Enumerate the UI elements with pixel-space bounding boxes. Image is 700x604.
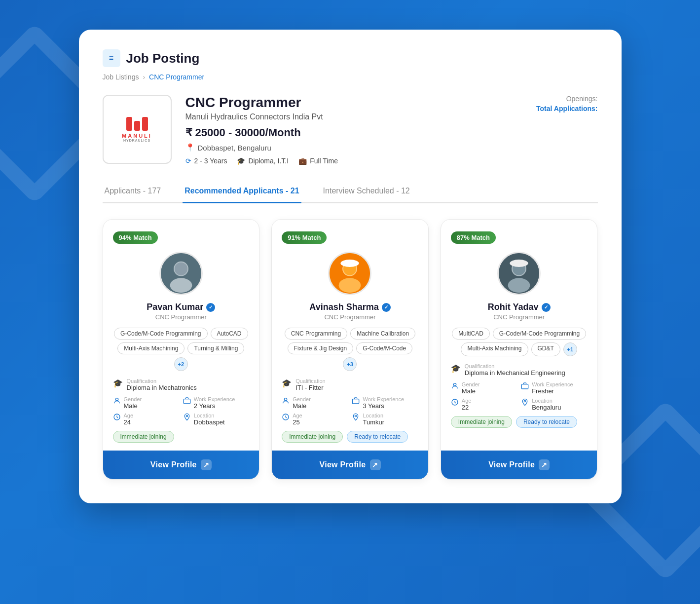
skill-tag: G-Code/M-Code	[356, 342, 412, 354]
svg-point-3	[175, 263, 187, 275]
page-title-row: ≡ Job Posting	[103, 49, 598, 67]
briefcase-icon-avinash	[352, 397, 360, 405]
card-body-rohit: 87% Match	[441, 220, 597, 451]
skill-tag: G-Code/M-Code Programming	[493, 328, 586, 340]
skill-tag: Fixture & Jig Design	[288, 342, 353, 354]
info-row-gender-exp-rohit: Gender Male Work Experience Fresher	[451, 381, 588, 395]
info-row-age-loc-pavan: Age 24 Location Dobbaspet	[113, 413, 250, 426]
openings-label: Openings:	[536, 95, 597, 103]
job-title: CNC Programmer	[185, 95, 523, 111]
qual-label-rohit: Qualification	[465, 363, 565, 369]
match-badge-rohit: 87% Match	[451, 231, 496, 244]
skill-tag: AutoCAD	[211, 328, 248, 340]
svg-rect-23	[512, 264, 526, 266]
location-text: Dobbaspet, Bengaluru	[198, 144, 271, 152]
location-icon-rohit	[521, 398, 529, 406]
info-row-age-loc-avinash: Age 25 Location Tumkur	[282, 413, 418, 426]
qual-row-avinash: 🎓 Qualification ITI - Fitter	[282, 378, 418, 391]
exp-label-rohit: Work Experience	[532, 381, 573, 387]
arrow-icon-rohit: ↗	[539, 459, 550, 470]
candidate-role-avinash: CNC Programmer	[282, 313, 418, 321]
tab-interview[interactable]: Interview Scheduled - 12	[321, 181, 412, 202]
match-badge-avinash: 91% Match	[282, 231, 327, 244]
page-icon: ≡	[103, 49, 120, 67]
avatar-wrap-pavan	[113, 252, 250, 295]
company-name: Manuli Hydraulics Connectors India Pvt	[185, 113, 523, 121]
skill-tag: Turning & Milling	[187, 342, 244, 354]
breadcrumb-parent[interactable]: Job Listings	[103, 73, 139, 81]
qual-value-rohit: Diploma in Mechanical Engineering	[465, 369, 565, 377]
tab-applicants[interactable]: Applicants - 177	[103, 181, 163, 202]
extra-skills-avinash: +3	[343, 357, 357, 371]
svg-rect-5	[184, 399, 190, 404]
qual-icon-avinash: 🎓	[282, 378, 292, 388]
loc-value-pavan: Dobbaspet	[194, 418, 225, 426]
card-body-pavan: 94% Match Pavan Kumar ✓ CNC	[103, 220, 259, 451]
extra-skills-pavan: +2	[174, 357, 188, 371]
exp-value-pavan: 2 Years	[194, 402, 235, 410]
svg-point-14	[284, 398, 287, 401]
badges-row-avinash: Immediate joining Ready to relocate	[282, 431, 418, 443]
view-profile-button-avinash[interactable]: View Profile ↗	[272, 451, 428, 479]
gender-label-rohit: Gender	[462, 381, 480, 387]
loc-label-pavan: Location	[194, 413, 225, 418]
match-badge-pavan: 94% Match	[113, 231, 158, 244]
total-apps-label: Total Applications:	[536, 105, 597, 113]
svg-point-27	[524, 400, 525, 402]
tab-recommended[interactable]: Recommended Applicants - 21	[183, 181, 301, 202]
svg-rect-25	[521, 384, 528, 389]
manuli-brand-name: manuli	[122, 133, 152, 139]
bar-2	[134, 121, 140, 131]
location-pin-icon: 📍	[185, 143, 195, 152]
briefcase-icon-pavan	[183, 397, 191, 405]
svg-point-17	[355, 415, 357, 416]
candidate-card-avinash: 91% Match	[271, 219, 429, 480]
location-icon-pavan	[183, 413, 191, 421]
badge-relocate-rohit: Ready to relocate	[516, 416, 577, 428]
location-icon-avinash	[352, 413, 360, 421]
age-label-avinash: Age	[293, 413, 302, 418]
exp-value-avinash: 3 Years	[363, 402, 404, 410]
candidates-grid: 94% Match Pavan Kumar ✓ CNC	[103, 219, 598, 480]
diploma-icon: 🎓	[237, 157, 245, 165]
skill-tag: G-Code/M-Code Programming	[114, 328, 207, 340]
loc-label-avinash: Location	[363, 413, 384, 418]
candidate-role-rohit: CNC Programmer	[451, 313, 588, 321]
arrow-icon-avinash: ↗	[370, 459, 381, 470]
exp-item-avinash: Work Experience 3 Years	[352, 396, 418, 410]
svg-point-4	[115, 398, 118, 401]
candidate-name-pavan: Pavan Kumar ✓	[113, 302, 250, 312]
view-profile-button-rohit[interactable]: View Profile ↗	[441, 451, 597, 479]
badge-immediate-pavan: Immediate joining	[113, 431, 174, 443]
skills-row-avinash: CNC Programming Machine Calibration Fixt…	[282, 328, 418, 371]
manuli-m-shape	[126, 117, 148, 131]
card-body-avinash: 91% Match	[272, 220, 428, 451]
gender-value-pavan: Male	[124, 402, 142, 410]
location-row: 📍 Dobbaspet, Bengaluru	[185, 143, 523, 152]
view-profile-button-pavan[interactable]: View Profile ↗	[103, 451, 259, 479]
gender-value-avinash: Male	[293, 402, 311, 410]
arrow-icon-pavan: ↗	[201, 459, 212, 470]
gender-icon-rohit	[451, 382, 459, 390]
skills-row-rohit: MultiCAD G-Code/M-Code Programming Multi…	[451, 328, 588, 356]
avatar-avinash	[328, 252, 371, 295]
badge-immediate-avinash: Immediate joining	[282, 431, 343, 443]
info-row-gender-exp-avinash: Gender Male Work Experience 3 Years	[282, 396, 418, 410]
salary: ₹ 25000 - 30000/Month	[185, 126, 523, 139]
briefcase-icon-rohit	[521, 382, 529, 390]
age-icon-pavan	[113, 413, 121, 421]
breadcrumb-current: CNC Programmer	[149, 73, 204, 81]
gender-label-avinash: Gender	[293, 396, 311, 402]
loc-label-rohit: Location	[532, 398, 561, 404]
svg-point-2	[170, 278, 192, 293]
exp-value-rohit: Fresher	[532, 387, 573, 395]
skill-tag: Machine Calibration	[350, 328, 415, 340]
avatar-wrap-rohit	[451, 252, 588, 295]
svg-point-10	[339, 278, 361, 293]
bar-1	[126, 117, 132, 131]
job-stats: Openings: Total Applications:	[536, 95, 597, 113]
loc-value-rohit: Bengaluru	[532, 404, 561, 411]
type-tag: 💼 Full Time	[298, 157, 338, 165]
candidate-name-rohit: Rohit Yadav ✓	[451, 302, 588, 312]
tabs-row: Applicants - 177 Recommended Applicants …	[103, 181, 598, 203]
